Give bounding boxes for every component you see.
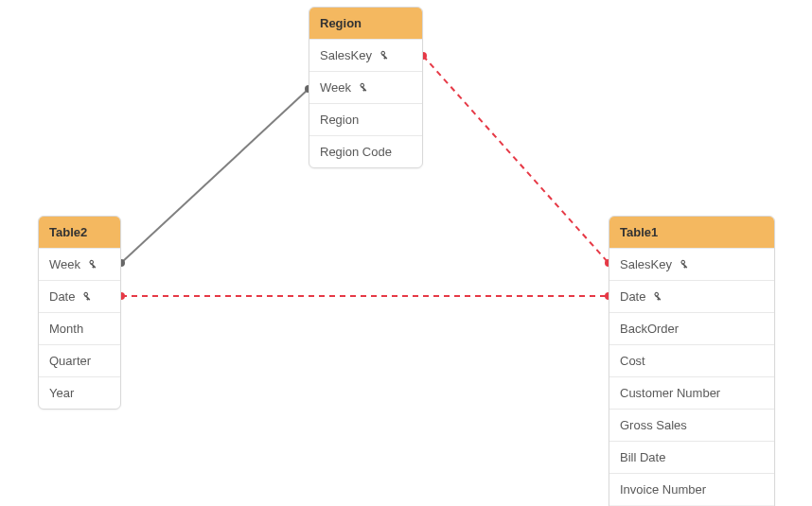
field-row[interactable]: Invoice Number <box>609 473 774 505</box>
field-row[interactable]: Cost <box>609 344 774 376</box>
field-row[interactable]: SalesKey <box>609 248 774 280</box>
field-label: Month <box>49 322 83 336</box>
field-label: Region Code <box>320 145 392 159</box>
field-row[interactable]: Region Code <box>309 135 422 167</box>
key-icon <box>86 258 99 271</box>
table-fields: SalesKey Week Region Region Code <box>309 39 422 167</box>
field-row[interactable]: Date <box>609 280 774 312</box>
field-row[interactable]: Bill Date <box>609 441 774 473</box>
field-label: Region <box>320 113 359 127</box>
field-label: SalesKey <box>620 257 672 271</box>
field-label: Week <box>320 80 351 95</box>
table-region[interactable]: Region SalesKey Week Region Region Code <box>309 7 423 168</box>
link-week-solid <box>121 89 309 263</box>
table-fields: Week Date Month Quarter Year <box>39 248 120 409</box>
field-label: SalesKey <box>320 48 372 62</box>
field-label: Bill Date <box>620 450 665 464</box>
field-label: Week <box>49 257 80 271</box>
field-label: Gross Sales <box>620 418 687 432</box>
field-row[interactable]: Region <box>309 103 422 135</box>
table-table1[interactable]: Table1 SalesKey Date BackOrder Cost Cust… <box>609 216 775 506</box>
field-row[interactable]: Week <box>39 248 120 280</box>
key-icon <box>357 81 370 95</box>
field-row[interactable]: Customer Number <box>609 376 774 409</box>
table-fields: SalesKey Date BackOrder Cost Customer Nu… <box>609 248 774 506</box>
table-table2[interactable]: Table2 Week Date Month Quarter Year <box>38 216 121 410</box>
field-label: Customer Number <box>620 386 720 400</box>
table-header[interactable]: Region <box>309 8 422 39</box>
key-icon <box>678 258 691 271</box>
field-label: Invoice Number <box>620 482 706 497</box>
key-icon <box>651 290 664 304</box>
field-label: BackOrder <box>620 322 679 336</box>
field-row[interactable]: Year <box>39 376 120 409</box>
key-icon <box>378 49 391 62</box>
field-row[interactable]: Gross Sales <box>609 409 774 441</box>
field-row[interactable]: SalesKey <box>309 39 422 71</box>
diagram-canvas[interactable]: Region SalesKey Week Region Region Code … <box>0 0 812 506</box>
table-header[interactable]: Table1 <box>609 217 774 248</box>
field-label: Date <box>620 289 645 304</box>
field-row[interactable]: Quarter <box>39 344 120 376</box>
field-label: Date <box>49 289 75 304</box>
field-row[interactable]: Month <box>39 312 120 344</box>
field-row[interactable]: BackOrder <box>609 312 774 344</box>
link-saleskey-dashed <box>423 56 609 263</box>
field-label: Year <box>49 386 74 400</box>
field-row[interactable]: Date <box>39 280 120 312</box>
field-row[interactable]: Week <box>309 71 422 103</box>
field-label: Quarter <box>49 354 91 368</box>
key-icon <box>80 290 94 304</box>
field-label: Cost <box>620 354 645 368</box>
table-header[interactable]: Table2 <box>39 217 120 248</box>
